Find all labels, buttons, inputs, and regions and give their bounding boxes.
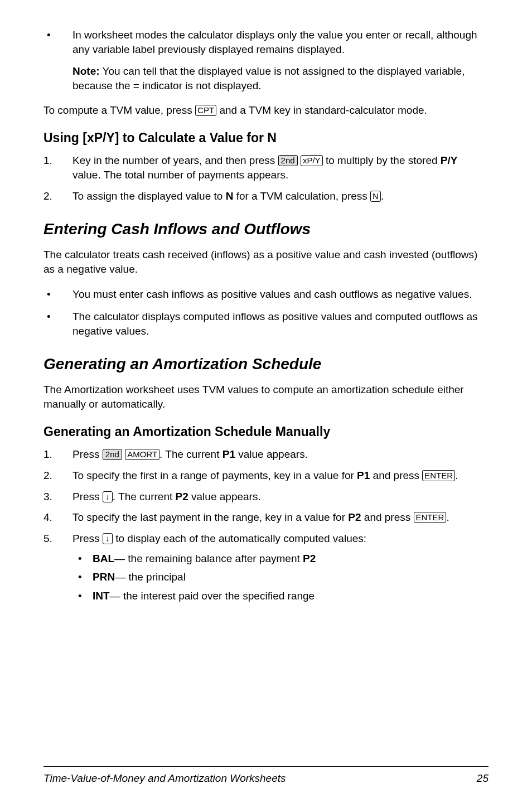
note-block: Note: You can tell that the displayed va… xyxy=(72,64,489,93)
xpy-key: xP/Y xyxy=(301,155,323,166)
py-bold: P/Y xyxy=(441,154,458,166)
prn-bold: PRN xyxy=(93,571,115,583)
list-amort: 1. Press 2nd AMORT. The current P1 value… xyxy=(43,447,489,607)
compute-paragraph: To compute a TVM value, press CPT and a … xyxy=(43,103,489,118)
list-xpy: 1. Key in the number of years, and then … xyxy=(43,153,489,203)
text-pre: To assign the displayed value to xyxy=(72,190,226,202)
amort-item-3: 3. Press ↓. The current P2 value appears… xyxy=(43,490,489,504)
footer-title: Time-Value-of-Money and Amortization Wor… xyxy=(43,771,286,786)
nested-prn: • PRN— the principal xyxy=(72,570,489,584)
item-text: Press 2nd AMORT. The current P1 value ap… xyxy=(72,447,489,462)
note-label: Note: xyxy=(72,65,100,77)
int-text: — the interest paid over the specified r… xyxy=(110,590,315,602)
bullet-text: PRN— the principal xyxy=(93,570,489,584)
n-bold: N xyxy=(226,190,234,202)
item-number: 4. xyxy=(43,510,72,525)
arrow-icon: ↓ xyxy=(105,492,109,501)
bullet-marker: • xyxy=(72,589,93,603)
amortization-para: The Amortization worksheet uses TVM valu… xyxy=(43,383,489,411)
p1-bold: P1 xyxy=(357,470,370,481)
text-mid: and press xyxy=(361,511,414,523)
text-mid: and press xyxy=(370,470,422,481)
bullet-text: You must enter cash inflows as positive … xyxy=(72,287,489,302)
bal-text: — the remaining balance after payment xyxy=(114,553,303,564)
text-mid: to multiply by the stored xyxy=(323,154,441,166)
enter-key: ENTER xyxy=(414,512,447,523)
prn-text: — the principal xyxy=(115,571,186,583)
section-amortization: Generating an Amortization Schedule xyxy=(43,354,489,375)
cpt-key: CPT xyxy=(195,105,216,116)
amort-key: AMORT xyxy=(125,449,159,460)
text-mid: . The current xyxy=(159,448,223,460)
compute-pre: To compute a TVM value, press xyxy=(43,104,195,116)
amort-item-1: 1. Press 2nd AMORT. The current P1 value… xyxy=(43,447,489,462)
text-pre: Press xyxy=(72,448,103,460)
item-number: 2. xyxy=(43,468,72,483)
text-pre: Press xyxy=(72,533,103,544)
nested-int: • INT— the interest paid over the specif… xyxy=(72,589,489,603)
amort-item-5: 5. Press ↓ to display each of the automa… xyxy=(43,531,489,608)
item-text: To assign the displayed value to N for a… xyxy=(72,189,489,204)
bullet-cash-1: • You must enter cash inflows as positiv… xyxy=(43,287,489,302)
section-cash-flows: Entering Cash Inflows and Outflows xyxy=(43,219,489,240)
bullet-cash-2: • The calculator displays computed inflo… xyxy=(43,309,489,338)
text-mid: . The current xyxy=(113,491,176,502)
list-item-2: 2. To assign the displayed value to N fo… xyxy=(43,189,489,204)
enter-key: ENTER xyxy=(422,470,455,481)
bullet-text: In worksheet modes the calculator displa… xyxy=(72,28,489,56)
text-pre: To specify the last payment in the range… xyxy=(72,511,348,523)
p2-bold: P2 xyxy=(348,511,361,523)
item-number: 1. xyxy=(43,447,72,462)
subhead-xpy: Using [xP/Y] to Calculate a Value for N xyxy=(43,129,489,147)
bullet-text: BAL— the remaining balance after payment… xyxy=(93,551,489,566)
text-post: . xyxy=(446,511,449,523)
p2-bold: P2 xyxy=(176,491,188,502)
bullet-marker: • xyxy=(43,28,72,56)
down-arrow-key: ↓ xyxy=(103,491,113,502)
item-text: Press ↓. The current P2 value appears. xyxy=(72,490,489,504)
text-post: to display each of the automatically com… xyxy=(113,533,366,544)
page-footer: Time-Value-of-Money and Amortization Wor… xyxy=(43,766,489,786)
bullet-marker: • xyxy=(43,287,72,302)
footer-divider xyxy=(43,766,489,767)
amort-item-4: 4. To specify the last payment in the ra… xyxy=(43,510,489,525)
cash-flows-para: The calculator treats cash received (inf… xyxy=(43,248,489,276)
bullet-worksheet-modes: • In worksheet modes the calculator disp… xyxy=(43,28,489,56)
subhead-manual-amort: Generating an Amortization Schedule Manu… xyxy=(43,423,489,441)
item-text: To specify the first in a range of payme… xyxy=(72,468,489,483)
compute-post: and a TVM key in standard-calculator mod… xyxy=(216,104,427,116)
text-post: value appears. xyxy=(188,491,261,502)
text-pre: Key in the number of years, and then pre… xyxy=(72,154,278,166)
bullet-marker: • xyxy=(43,309,72,338)
list-item-1: 1. Key in the number of years, and then … xyxy=(43,153,489,182)
bullet-marker: • xyxy=(72,551,93,566)
bullet-marker: • xyxy=(72,570,93,584)
text-post: value. The total number of payments appe… xyxy=(72,169,288,181)
footer-page: 25 xyxy=(477,771,489,786)
p2-bold: P2 xyxy=(303,553,316,564)
bullet-text: The calculator displays computed inflows… xyxy=(72,309,489,338)
text-post: value appears. xyxy=(235,448,308,460)
nested-bullets: • BAL— the remaining balance after payme… xyxy=(72,551,489,603)
text-mid: for a TVM calculation, press xyxy=(233,190,370,202)
second-key: 2nd xyxy=(103,449,122,460)
p1-bold: P1 xyxy=(223,448,235,460)
second-key: 2nd xyxy=(278,155,298,166)
amort-item-2: 2. To specify the first in a range of pa… xyxy=(43,468,489,483)
text-post: . xyxy=(455,470,458,481)
int-bold: INT xyxy=(93,590,110,602)
item-text: Press ↓ to display each of the automatic… xyxy=(72,531,489,608)
bal-bold: BAL xyxy=(93,553,114,564)
text-pre: Press xyxy=(72,491,103,502)
nested-bal: • BAL— the remaining balance after payme… xyxy=(72,551,489,566)
text-post: . xyxy=(381,190,384,202)
arrow-icon: ↓ xyxy=(105,534,109,543)
down-arrow-key: ↓ xyxy=(103,533,113,544)
item-number: 3. xyxy=(43,490,72,504)
item-text: To specify the last payment in the range… xyxy=(72,510,489,525)
item-number: 5. xyxy=(43,531,72,608)
item-number: 2. xyxy=(43,189,72,204)
n-key: N xyxy=(370,191,381,202)
note-text: You can tell that the displayed value is… xyxy=(72,65,465,91)
footer-row: Time-Value-of-Money and Amortization Wor… xyxy=(43,771,489,786)
